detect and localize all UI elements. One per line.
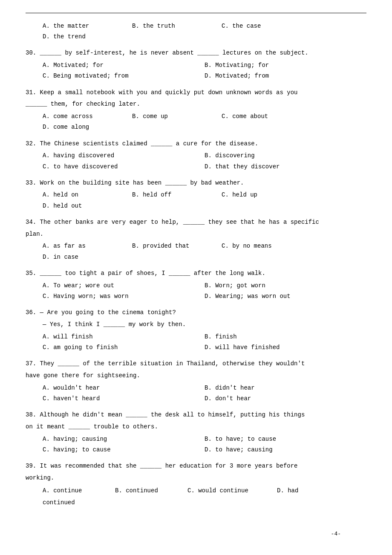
q30-option-a: A. Motivated; for (43, 60, 200, 71)
q31-continuation: ______ them, for checking later. (26, 99, 366, 110)
q39-option-c: C. would continue (187, 485, 273, 497)
q39-option-b: B. continued (115, 485, 183, 497)
q34-option-b: B. provided that (132, 241, 217, 251)
top-options-row: A. the matter B. the truth C. the case D… (26, 21, 366, 42)
q39-option-a: A. continue (43, 485, 111, 497)
question-37: 37. They ______ of the terrible situatio… (26, 359, 366, 404)
question-31: 31. Keep a small notebook with you and q… (26, 88, 366, 133)
q32-option-d: D. that they discover (205, 162, 362, 172)
question-39: 39. It was recommended that she ______ h… (26, 461, 366, 508)
page-number: -4- (331, 531, 341, 537)
q33-option-b: B. held off (132, 190, 217, 200)
q31-option-c: C. come about (222, 111, 307, 122)
q36-option-a: A. will finish (43, 332, 200, 342)
q32-text: 32. The Chinese scientists claimed _____… (26, 139, 366, 149)
q36-option-c: C. am going to finish (43, 342, 200, 353)
q33-option-c: C. held up (222, 190, 307, 200)
question-35: 35. ______ too tight a pair of shoes, I … (26, 269, 366, 302)
q33-option-d: D. held out (43, 201, 128, 211)
q34-continuation: plan. (26, 229, 366, 240)
question-36: 36. — Are you going to the cinema tonigh… (26, 308, 366, 353)
question-34: 34. The other banks are very eager to he… (26, 217, 366, 263)
q32-option-c: C. to have discovered (43, 162, 200, 172)
q33-text: 33. Work on the building site has been _… (26, 178, 366, 188)
q35-option-c: C. Having worn; was worn (43, 291, 200, 302)
q36-text: 36. — Are you going to the cinema tonigh… (26, 308, 366, 318)
q35-option-b: B. Worn; got worn (205, 280, 362, 291)
q38-option-d: D. to have; causing (205, 445, 362, 455)
question-38: 38. Although he didn't mean ______ the d… (26, 410, 366, 455)
option-a: A. the matter (43, 21, 128, 32)
q38-option-c: C. having; to cause (43, 445, 200, 455)
q38-option-b: B. to have; to cause (205, 434, 362, 445)
q37-option-a: A. wouldn't hear (43, 383, 200, 393)
q30-option-c: C. Being motivated; from (43, 71, 200, 81)
q35-text: 35. ______ too tight a pair of shoes, I … (26, 269, 366, 279)
q31-option-a: A. come across (43, 111, 128, 122)
q37-option-d: D. don't hear (205, 393, 362, 404)
q37-continuation: have gone there for sightseeing. (26, 371, 366, 381)
q33-option-a: A. held on (43, 190, 128, 200)
question-32: 32. The Chinese scientists claimed _____… (26, 139, 366, 172)
q32-option-a: A. having discovered (43, 150, 200, 161)
q37-text: 37. They ______ of the terrible situatio… (26, 359, 366, 369)
q30-option-b: B. Motivating; for (205, 60, 362, 71)
q30-text: 30. ______ by self-interest, he is never… (26, 48, 366, 58)
q39-option-d: D. had (277, 485, 328, 497)
q34-option-a: A. as far as (43, 241, 128, 251)
q35-option-a: A. To wear; wore out (43, 280, 200, 291)
q34-text: 34. The other banks are very eager to he… (26, 217, 366, 228)
q31-option-d: D. come along (43, 122, 128, 133)
q32-option-b: B. discovering (205, 150, 362, 161)
q38-option-a: A. having; causing (43, 434, 200, 445)
q39-last-continuation: continued (43, 498, 366, 508)
q31-option-b: B. come up (132, 111, 217, 122)
q38-continuation: on it meant ______ trouble to others. (26, 422, 366, 432)
q39-text: 39. It was recommended that she ______ h… (26, 461, 366, 471)
top-divider (26, 13, 366, 13)
q37-option-c: C. haven't heard (43, 393, 200, 404)
q36-sub-text: — Yes, I think I ______ my work by then. (43, 320, 366, 330)
q30-option-d: D. Motivated; from (205, 71, 362, 81)
q36-option-b: B. finish (205, 332, 362, 342)
q39-continuation: working. (26, 473, 366, 483)
question-33: 33. Work on the building site has been _… (26, 178, 366, 211)
q31-text: 31. Keep a small notebook with you and q… (26, 88, 366, 98)
q34-option-d: D. in case (43, 252, 128, 263)
option-c: C. the case (222, 21, 307, 32)
question-30: 30. ______ by self-interest, he is never… (26, 48, 366, 81)
q34-option-c: C. by no means (222, 241, 307, 251)
option-d: D. the trend (43, 32, 128, 42)
q36-option-d: D. will have finished (205, 342, 362, 353)
q35-option-d: D. Wearing; was worn out (205, 291, 362, 302)
q38-text: 38. Although he didn't mean ______ the d… (26, 410, 366, 420)
option-b: B. the truth (132, 21, 217, 32)
q37-option-b: B. didn't hear (205, 383, 362, 393)
